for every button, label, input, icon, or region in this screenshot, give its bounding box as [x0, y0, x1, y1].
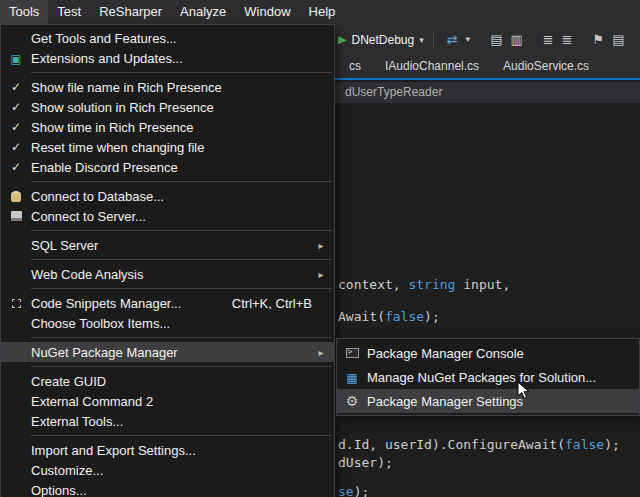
code-token: string [408, 277, 455, 292]
menu-item-label: Options... [31, 483, 312, 497]
code-token: d.Id, userId).ConfigureAwait( [338, 437, 565, 452]
code-line-4: dUser); [338, 455, 393, 470]
code-token: false [565, 437, 604, 452]
menubar: ToolsTestReSharperAnalyzeWindowHelp [0, 0, 640, 24]
menu-item-label: Code Snippets Manager... [31, 296, 212, 311]
submenu-item-package-manager-console[interactable]: Package Manager Console [337, 341, 639, 365]
chevron-down-icon[interactable]: ▾ [466, 24, 471, 55]
menu-item-create-guid[interactable]: Create GUID [1, 371, 334, 391]
menu-item-gutter [1, 80, 31, 94]
menu-item-label: External Command 2 [31, 394, 312, 409]
outline-icon[interactable]: ▤ [612, 24, 624, 55]
code-token: ); [354, 484, 370, 497]
menu-item-show-solution-in-rich-presence[interactable]: Show solution in Rich Presence [1, 97, 334, 117]
menu-item-label: Choose Toolbox Items... [31, 316, 312, 331]
menu-item-enable-discord-presence[interactable]: Enable Discord Presence [1, 157, 334, 177]
menu-separator [31, 181, 332, 182]
menu-separator [31, 288, 332, 289]
debug-target-icon[interactable]: ⇄ [447, 24, 458, 55]
tab-audioservice-cs[interactable]: AudioService.cs [491, 55, 601, 78]
submenu-item-manage-nuget-packages-for-solution[interactable]: Manage NuGet Packages for Solution... [337, 365, 639, 389]
submenu-item-label: Package Manager Settings [367, 394, 523, 409]
checkmark-icon [11, 80, 21, 94]
bookmark-icon[interactable]: ⚑ [593, 24, 605, 55]
menubar-item-window[interactable]: Window [235, 0, 299, 24]
checkmark-icon [11, 140, 21, 154]
error-list-icon[interactable]: ≣ [562, 24, 573, 55]
nuget-icon [346, 368, 357, 386]
menubar-item-test[interactable]: Test [48, 0, 90, 24]
gear-icon [346, 392, 359, 410]
menu-item-nuget-package-manager[interactable]: NuGet Package Manager▸ [1, 342, 334, 362]
menu-item-reset-time-when-changing-file[interactable]: Reset time when changing file [1, 137, 334, 157]
nuget-submenu: Package Manager ConsoleManage NuGet Pack… [336, 338, 640, 416]
menubar-item-analyze[interactable]: Analyze [171, 0, 235, 24]
submenu-item-package-manager-settings[interactable]: Package Manager Settings [337, 389, 639, 413]
menu-item-external-tools[interactable]: External Tools... [1, 411, 334, 431]
menu-item-external-command-2[interactable]: External Command 2 [1, 391, 334, 411]
code-token: ); [424, 309, 440, 324]
tools-menu: Get Tools and Features...Extensions and … [0, 24, 335, 497]
new-window-icon[interactable]: ▥ [510, 24, 522, 55]
menu-item-gutter [1, 299, 31, 308]
menu-separator [31, 259, 332, 260]
task-list-icon[interactable]: ≣ [543, 24, 554, 55]
menu-item-show-time-in-rich-presence[interactable]: Show time in Rich Presence [1, 117, 334, 137]
menu-item-label: Customize... [31, 463, 312, 478]
menu-item-show-file-name-in-rich-presence[interactable]: Show file name in Rich Presence [1, 77, 334, 97]
menu-item-label: Web Code Analysis [31, 267, 312, 282]
menu-item-extensions-and-updates[interactable]: Extensions and Updates... [1, 48, 334, 68]
menu-item-web-code-analysis[interactable]: Web Code Analysis▸ [1, 264, 334, 284]
menu-item-label: Get Tools and Features... [31, 31, 312, 46]
menu-item-gutter [1, 49, 31, 67]
menu-item-connect-to-server[interactable]: Connect to Server... [1, 206, 334, 226]
code-token: se [338, 484, 354, 497]
submenu-arrow-icon: ▸ [312, 240, 330, 251]
code-token: Await( [338, 309, 385, 324]
menu-item-gutter [1, 160, 31, 174]
submenu-arrow-icon: ▸ [312, 269, 330, 280]
submenu-item-label: Package Manager Console [367, 346, 524, 361]
tab-cs[interactable]: cs [337, 55, 373, 78]
menu-item-customize[interactable]: Customize... [1, 460, 334, 480]
mouse-cursor [517, 381, 530, 404]
menubar-item-tools[interactable]: Tools [0, 0, 48, 24]
menu-item-sql-server[interactable]: SQL Server▸ [1, 235, 334, 255]
menu-item-label: NuGet Package Manager [31, 345, 312, 360]
chevron-down-icon[interactable]: ▾ [419, 35, 424, 45]
menu-item-label: Show solution in Rich Presence [31, 100, 312, 115]
menu-item-shortcut: Ctrl+K, Ctrl+B [232, 296, 312, 311]
menu-item-get-tools-and-features[interactable]: Get Tools and Features... [1, 28, 334, 48]
submenu-item-gutter [337, 392, 367, 410]
menu-item-code-snippets-manager[interactable]: Code Snippets Manager...Ctrl+K, Ctrl+B [1, 293, 334, 313]
navigation-bar-type-dropdown[interactable]: dUserTypeReader [345, 85, 442, 99]
menu-item-label: Extensions and Updates... [31, 51, 312, 66]
menu-item-label: Connect to Server... [31, 209, 312, 224]
snippets-icon [12, 299, 21, 308]
menu-item-choose-toolbox-items[interactable]: Choose Toolbox Items... [1, 313, 334, 333]
code-token: false [385, 309, 424, 324]
menubar-item-resharper[interactable]: ReSharper [90, 0, 171, 24]
menu-item-label: External Tools... [31, 414, 312, 429]
menu-separator [31, 366, 332, 367]
start-debug-button[interactable]: ▶ DNetDebug ▾ [338, 33, 424, 47]
menu-item-gutter [1, 211, 31, 221]
vs-window: ToolsTestReSharperAnalyzeWindowHelp ▶ DN… [0, 0, 640, 497]
code-token: context, [338, 277, 408, 292]
checkmark-icon [11, 100, 21, 114]
menu-separator [31, 72, 332, 73]
code-token: ); [604, 437, 620, 452]
toolbar-separator [433, 31, 434, 49]
tab-iaudiochannel-cs[interactable]: IAudioChannel.cs [373, 55, 491, 78]
menubar-item-help[interactable]: Help [300, 0, 345, 24]
menu-item-label: SQL Server [31, 238, 312, 253]
menu-item-label: Show file name in Rich Presence [31, 80, 312, 95]
menu-item-import-and-export-settings[interactable]: Import and Export Settings... [1, 440, 334, 460]
menu-item-label: Connect to Database... [31, 189, 312, 204]
submenu-item-gutter [337, 368, 367, 386]
console-icon [346, 348, 359, 358]
menu-item-connect-to-database[interactable]: Connect to Database... [1, 186, 334, 206]
open-folder-icon[interactable]: ▤ [490, 24, 502, 55]
submenu-item-gutter [337, 348, 367, 358]
menu-item-options[interactable]: Options... [1, 480, 334, 497]
